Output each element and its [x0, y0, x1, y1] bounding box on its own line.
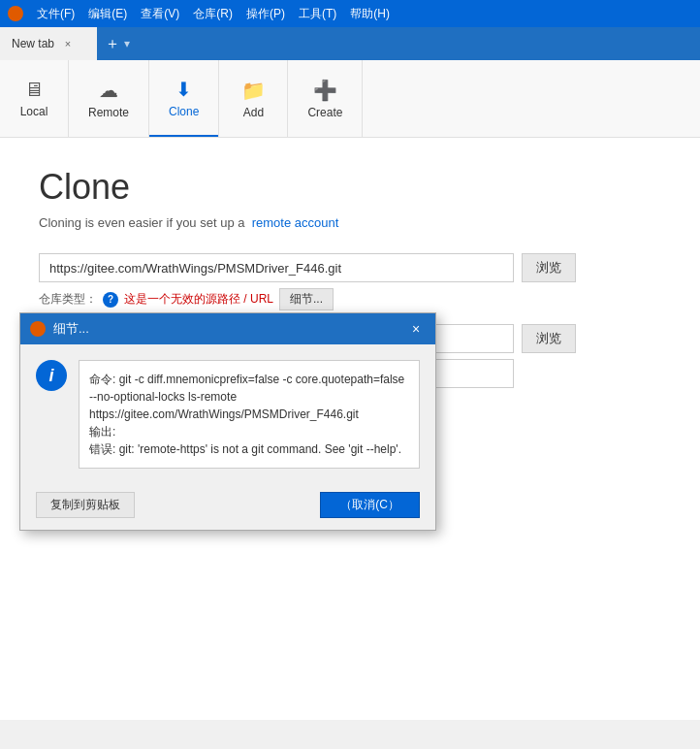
- toolbar-create-button[interactable]: ➕ Create: [288, 60, 362, 137]
- dialog-cancel-button[interactable]: （取消(C）: [320, 492, 420, 518]
- toolbar-section-add: 📁 Add: [219, 60, 288, 137]
- menu-repo[interactable]: 仓库(R): [187, 4, 239, 24]
- main-content: Clone Cloning is even easier if you set …: [0, 138, 700, 720]
- dialog-title-left: 细节...: [30, 320, 89, 338]
- tab-label: New tab: [12, 37, 54, 50]
- clone-page: Clone Cloning is even easier if you set …: [0, 138, 700, 474]
- dialog-content-area: 命令: git -c diff.mnemonicprefix=false -c …: [79, 360, 420, 469]
- browse-url-button[interactable]: 浏览: [522, 253, 576, 282]
- dialog-footer: 复制到剪贴板 （取消(C）: [20, 484, 435, 530]
- menu-tools[interactable]: 工具(T): [293, 4, 342, 24]
- page-subtitle: Cloning is even easier if you set up a r…: [39, 215, 661, 230]
- tab-bar: New tab × ＋ ▾: [0, 27, 700, 60]
- dialog-info-icon: i: [36, 360, 67, 391]
- dialog-close-button[interactable]: ×: [406, 319, 426, 339]
- dialog-output-label: 输出:: [89, 425, 115, 439]
- remote-icon: ☁: [99, 79, 118, 102]
- url-input[interactable]: [39, 253, 514, 282]
- repo-type-row: 仓库类型： ? 这是一个无效的源路径 / URL 细节...: [39, 288, 661, 310]
- menu-help[interactable]: 帮助(H): [344, 4, 396, 24]
- menu-view[interactable]: 查看(V): [135, 4, 185, 24]
- toolbar-remote-button[interactable]: ☁ Remote: [69, 60, 148, 137]
- menu-file[interactable]: 文件(F): [31, 4, 80, 24]
- dialog-error-text: 错误: git: 'remote-https' is not a git com…: [89, 442, 401, 456]
- toolbar-local-button[interactable]: 🖥 Local: [0, 60, 68, 137]
- toolbar-section-create: ➕ Create: [288, 60, 363, 137]
- toolbar-section-local: 🖥 Local: [0, 60, 69, 137]
- toolbar-clone-label: Clone: [169, 105, 199, 118]
- error-text: 这是一个无效的源路径 / URL: [124, 291, 273, 308]
- toolbar: 🖥 Local ☁ Remote ⬇ Clone 📁 Add ➕ Create: [0, 60, 700, 138]
- dialog-body: i 命令: git -c diff.mnemonicprefix=false -…: [20, 344, 435, 484]
- toolbar-remote-label: Remote: [88, 106, 129, 119]
- copy-to-clipboard-button[interactable]: 复制到剪贴板: [36, 492, 135, 518]
- toolbar-add-button[interactable]: 📁 Add: [219, 60, 287, 137]
- info-icon: ?: [103, 292, 118, 308]
- browse-local-button[interactable]: 浏览: [522, 324, 576, 353]
- remote-account-link[interactable]: remote account: [252, 215, 339, 230]
- menu-bar[interactable]: 文件(F) 编辑(E) 查看(V) 仓库(R) 操作(P) 工具(T) 帮助(H…: [31, 4, 396, 24]
- add-icon: 📁: [241, 79, 266, 102]
- dialog-app-icon: [30, 321, 46, 337]
- toolbar-clone-button[interactable]: ⬇ Clone: [149, 60, 218, 137]
- subtitle-text: Cloning is even easier if you set up a: [39, 215, 244, 230]
- plus-icon: ＋: [105, 34, 120, 54]
- url-input-row: 浏览: [39, 253, 661, 282]
- dialog-title-text: 细节...: [53, 320, 89, 338]
- create-icon: ➕: [313, 79, 337, 102]
- tab-add-button[interactable]: ＋ ▾: [97, 27, 138, 60]
- repo-type-label: 仓库类型：: [39, 291, 97, 308]
- toolbar-section-remote: ☁ Remote: [69, 60, 149, 137]
- page-title: Clone: [39, 167, 661, 208]
- local-icon: 🖥: [24, 79, 44, 101]
- dialog-titlebar: 细节... ×: [20, 313, 435, 344]
- menu-action[interactable]: 操作(P): [240, 4, 291, 24]
- toolbar-local-label: Local: [20, 105, 48, 118]
- toolbar-add-label: Add: [243, 106, 264, 119]
- clone-icon: ⬇: [175, 78, 192, 101]
- dialog-command-text: 命令: git -c diff.mnemonicprefix=false -c …: [89, 373, 404, 421]
- detail-button[interactable]: 细节...: [279, 288, 334, 310]
- title-bar: 文件(F) 编辑(E) 查看(V) 仓库(R) 操作(P) 工具(T) 帮助(H…: [0, 0, 700, 27]
- tab-menu-arrow[interactable]: ▾: [124, 37, 130, 50]
- toolbar-create-label: Create: [307, 106, 342, 119]
- dialog-text: 命令: git -c diff.mnemonicprefix=false -c …: [79, 360, 420, 469]
- app-icon: [8, 6, 23, 21]
- toolbar-section-clone: ⬇ Clone: [149, 60, 219, 137]
- menu-edit[interactable]: 编辑(E): [82, 4, 133, 24]
- new-tab[interactable]: New tab ×: [0, 27, 97, 60]
- detail-dialog: 细节... × i 命令: git -c diff.mnemonicprefix…: [19, 312, 436, 531]
- tab-close-button[interactable]: ×: [60, 36, 76, 51]
